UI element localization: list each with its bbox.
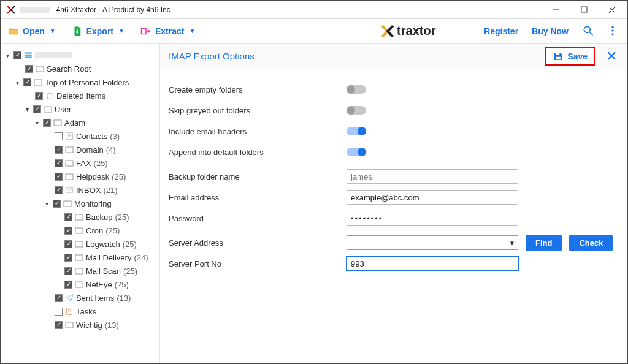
label-server-address: Server Address [169, 238, 347, 248]
checkbox[interactable] [23, 78, 31, 86]
folder-icon [75, 213, 83, 221]
checkbox[interactable] [53, 200, 61, 208]
label-include-headers: Include email headers [169, 127, 347, 136]
panel-close-button[interactable]: ✕ [604, 48, 619, 64]
checkbox[interactable] [55, 159, 63, 167]
tree-item[interactable]: Contacts(3) [3, 129, 157, 143]
tree-item[interactable]: Logwatch(25) [3, 237, 157, 251]
password-input[interactable] [347, 211, 518, 226]
svg-rect-31 [66, 322, 73, 328]
tree-item[interactable]: Cron(25) [3, 224, 157, 237]
checkbox[interactable] [64, 227, 72, 235]
toggle-skip-greyed[interactable] [347, 106, 366, 115]
folder-icon [65, 172, 74, 181]
svg-line-6 [590, 32, 593, 35]
checkbox[interactable] [35, 92, 43, 100]
checkbox[interactable] [64, 267, 72, 275]
export-menu[interactable]: Export▼ [72, 26, 124, 37]
svg-rect-28 [75, 268, 83, 274]
tree-item[interactable]: Search Root [3, 62, 157, 75]
checkbox[interactable] [13, 51, 21, 59]
check-button[interactable]: Check [569, 235, 613, 251]
svg-rect-4 [141, 28, 146, 34]
tree-item[interactable]: INBOX(21) [3, 183, 157, 197]
folder-icon [34, 78, 42, 86]
folder-tree[interactable]: ▾ Search Root ▾Top of Personal Folders D… [1, 44, 160, 363]
checkbox[interactable] [64, 240, 72, 248]
app-logo-icon [4, 3, 18, 17]
tree-item[interactable]: ▾Monitoring [3, 197, 157, 210]
backup-folder-input[interactable] [347, 169, 518, 184]
save-icon [553, 51, 564, 62]
checkbox[interactable] [64, 254, 72, 262]
disclosure-icon[interactable]: ▾ [14, 79, 21, 86]
checkbox[interactable] [64, 281, 72, 289]
close-button[interactable] [598, 1, 626, 19]
toggle-include-headers[interactable] [347, 127, 366, 135]
tasks-icon [65, 307, 74, 316]
tree-item[interactable]: Mail Delivery(24) [3, 251, 157, 264]
label-backup-folder: Backup folder name [169, 172, 347, 181]
tree-item[interactable]: Helpdesk(25) [3, 170, 157, 183]
toggle-create-empty[interactable] [347, 85, 366, 94]
folder-open-icon [8, 26, 19, 37]
server-port-input[interactable] [347, 256, 518, 271]
server-address-combo[interactable]: ▼ [347, 235, 518, 250]
disclosure-icon[interactable]: ▾ [4, 52, 11, 59]
register-link[interactable]: Register [484, 26, 518, 36]
svg-rect-24 [75, 214, 83, 220]
toggle-append-default[interactable] [347, 148, 366, 156]
disclosure-icon[interactable]: ▾ [34, 119, 40, 126]
find-button[interactable]: Find [526, 235, 562, 251]
folder-icon [75, 280, 83, 289]
svg-rect-29 [75, 282, 83, 287]
caret-down-icon: ▼ [50, 28, 56, 34]
checkbox[interactable] [33, 105, 41, 113]
checkbox[interactable] [64, 213, 72, 221]
tree-item[interactable]: ▾Top of Personal Folders [3, 75, 157, 89]
redacted [35, 52, 72, 58]
disclosure-icon[interactable]: ▾ [44, 200, 50, 207]
tree-item[interactable]: NetEye(25) [3, 278, 157, 291]
tree-item[interactable]: Tasks [3, 305, 157, 318]
checkbox[interactable] [55, 132, 63, 140]
svg-rect-16 [54, 120, 61, 126]
checkbox[interactable] [25, 65, 33, 73]
buy-now-link[interactable]: Buy Now [532, 26, 569, 36]
checkbox[interactable] [55, 308, 63, 316]
export-label: Export [86, 26, 113, 36]
svg-point-8 [611, 29, 613, 31]
brand-text: traxtor [397, 24, 435, 38]
open-menu[interactable]: Open▼ [8, 26, 56, 37]
checkbox[interactable] [55, 321, 63, 329]
checkbox[interactable] [43, 119, 51, 127]
tree-item[interactable]: ▾Adam [3, 116, 157, 129]
extract-menu[interactable]: Extract▼ [140, 26, 195, 37]
svg-rect-13 [36, 66, 44, 72]
minimize-button[interactable] [542, 1, 570, 19]
tree-item[interactable]: ▾User [3, 102, 157, 116]
svg-point-7 [611, 26, 613, 28]
tree-item[interactable]: Deleted Items [3, 89, 157, 102]
checkbox[interactable] [55, 186, 63, 194]
tree-root[interactable]: ▾ [3, 48, 157, 62]
search-icon[interactable] [582, 25, 595, 38]
tree-item[interactable]: Sent Items(13) [3, 291, 157, 305]
save-button[interactable]: Save [545, 47, 595, 66]
tree-item[interactable]: FAX(25) [3, 156, 157, 170]
more-icon[interactable] [607, 25, 620, 38]
disclosure-icon[interactable]: ▾ [24, 106, 31, 113]
maximize-button[interactable] [570, 1, 598, 19]
checkbox[interactable] [55, 146, 63, 154]
checkbox[interactable] [55, 294, 63, 302]
tree-item[interactable]: Mail Scan(25) [3, 264, 157, 278]
tree-item[interactable]: Backup(25) [3, 210, 157, 224]
checkbox[interactable] [55, 173, 63, 181]
tree-item[interactable]: Wichtig(13) [3, 318, 157, 332]
tree-item[interactable]: Domain(4) [3, 143, 157, 156]
account-icon [24, 51, 33, 59]
folder-icon [36, 64, 44, 73]
main-toolbar: Open▼ Export▼ Extract▼ traxtor Register … [1, 19, 627, 44]
extract-label: Extract [155, 26, 184, 36]
email-input[interactable] [347, 190, 518, 205]
